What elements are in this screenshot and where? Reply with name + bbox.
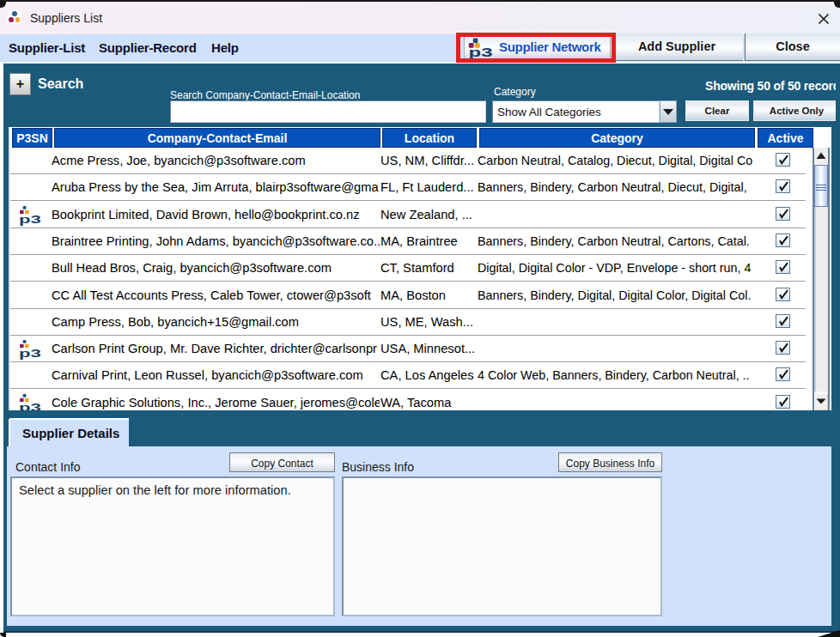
svg-text:p3: p3 <box>19 347 42 360</box>
svg-text:p3: p3 <box>19 213 42 226</box>
svg-text:p3: p3 <box>19 401 42 410</box>
